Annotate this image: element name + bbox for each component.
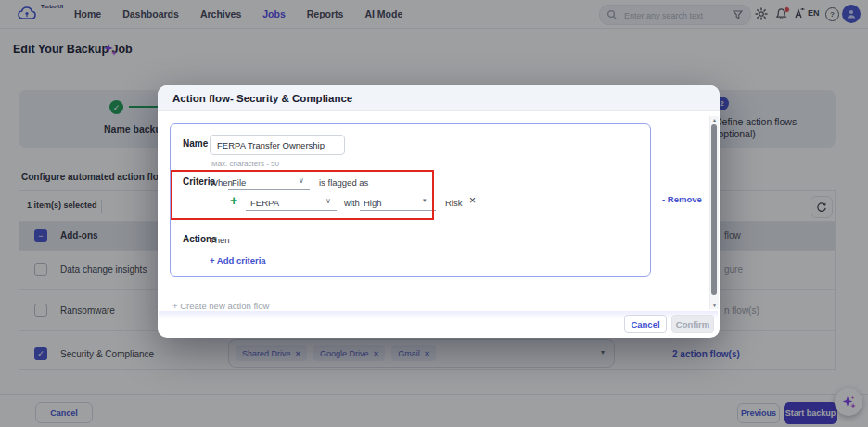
scrollbar-thumb[interactable] (711, 124, 717, 295)
chevron-down-icon: ∨ (299, 176, 304, 185)
add-flag-plus-icon[interactable]: + (230, 193, 237, 208)
then-text: Then (210, 235, 230, 245)
modal-confirm-button[interactable]: Confirm (671, 315, 714, 333)
plus-icon: + (210, 255, 215, 265)
dropdown-underline (360, 210, 436, 211)
add-criteria-link[interactable]: + Add criteria (210, 255, 266, 265)
name-label: Name (183, 138, 208, 149)
when-text: When (210, 177, 233, 188)
modal-header: Action flow- Security & Compliance (158, 85, 720, 111)
caret-down-icon: ▾ (423, 197, 427, 204)
modal-cancel-button[interactable]: Cancel (624, 315, 667, 333)
create-new-action-flow-link[interactable]: + Create new action flow (172, 301, 269, 311)
dropdown-underline (246, 210, 337, 211)
name-hint: Max. characters - 50 (211, 160, 279, 168)
dropdown-underline (228, 189, 310, 190)
flagged-text: is flagged as (319, 177, 368, 188)
remove-criterion-icon[interactable]: × (469, 194, 476, 207)
entity-dropdown[interactable]: File (232, 177, 246, 188)
severity-dropdown[interactable]: High (364, 198, 382, 208)
remove-action-flow-link[interactable]: - Remove (662, 194, 702, 204)
flag-dropdown[interactable]: FERPA (250, 198, 279, 208)
scroll-down-icon[interactable]: ▼ (710, 303, 719, 308)
scroll-up-icon[interactable]: ▲ (710, 117, 719, 123)
name-input[interactable] (210, 135, 345, 155)
chevron-down-icon: ∨ (326, 197, 331, 205)
with-text: with (344, 198, 360, 208)
screen: Turbo UI Home Dashboards Archives Jobs R… (0, 0, 868, 427)
risk-text: Risk (445, 198, 462, 208)
action-flow-modal: Action flow- Security & Compliance Name … (158, 85, 720, 338)
action-flow-form: Name Max. characters - 50 Criteria When … (170, 123, 651, 277)
modal-scrollbar[interactable]: ▲ ▼ (709, 116, 719, 309)
modal-title: Action flow- Security & Compliance (172, 93, 352, 104)
